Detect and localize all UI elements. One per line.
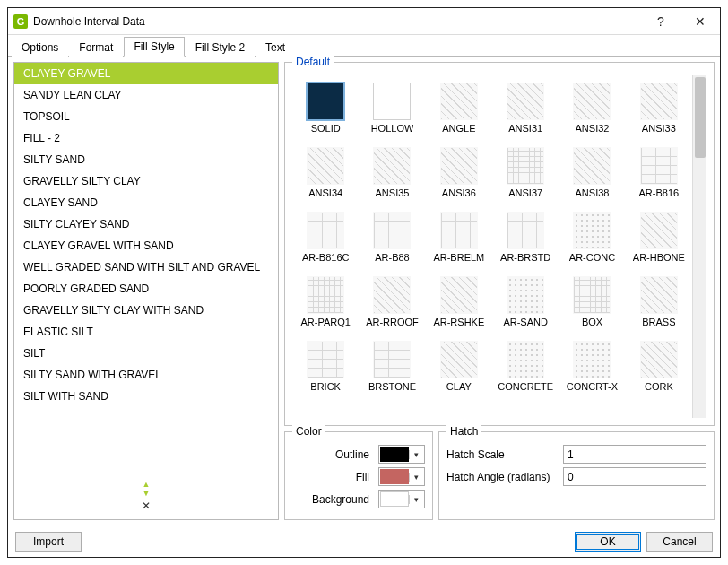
pattern-label: SOLID: [311, 123, 341, 134]
pattern-swatch[interactable]: BRICK: [292, 334, 359, 398]
pattern-swatch[interactable]: ANSI34: [292, 140, 359, 204]
pattern-swatch[interactable]: CLAY: [426, 334, 492, 398]
pattern-preview: [373, 341, 411, 378]
pattern-swatch[interactable]: ANSI33: [626, 75, 692, 140]
list-item[interactable]: SILTY SAND WITH GRAVEL: [14, 364, 278, 386]
background-color-picker[interactable]: ▾: [378, 490, 425, 508]
pattern-swatch[interactable]: AR-RSHKE: [426, 269, 492, 334]
titlebar: G Downhole Interval Data ? ✕: [8, 8, 720, 35]
color-group-legend: Color: [292, 425, 325, 438]
pattern-swatch[interactable]: BRSTONE: [359, 334, 425, 398]
pattern-swatch[interactable]: AR-BRSTD: [492, 204, 559, 269]
pattern-preview: [507, 83, 544, 120]
pattern-preview: [440, 212, 478, 249]
cancel-button[interactable]: Cancel: [646, 532, 713, 552]
pattern-swatch[interactable]: ANSI31: [492, 75, 559, 140]
pattern-swatch[interactable]: AR-SAND: [492, 269, 559, 334]
pattern-swatch[interactable]: AR-B816: [626, 140, 692, 204]
color-group: Color Outline ▾ Fill ▾: [284, 431, 433, 520]
pattern-label: AR-PARQ1: [300, 317, 350, 327]
outline-color-picker[interactable]: ▾: [378, 445, 425, 464]
pattern-swatch[interactable]: ANSI35: [359, 140, 425, 204]
pattern-scrollbar[interactable]: [692, 75, 706, 418]
pattern-swatch[interactable]: AR-CONC: [559, 204, 625, 269]
pattern-swatch[interactable]: AR-PARQ1: [292, 269, 359, 334]
pattern-label: HOLLOW: [371, 123, 414, 134]
pattern-swatch[interactable]: CONCRT-X: [559, 334, 625, 398]
pattern-label: ANSI31: [508, 123, 542, 134]
pattern-swatch[interactable]: SOLID: [292, 75, 359, 140]
pattern-label: ANSI36: [442, 187, 476, 198]
tab-row: OptionsFormatFill StyleFill Style 2Text: [8, 35, 720, 56]
list-item[interactable]: SILT WITH SAND: [14, 386, 278, 407]
scrollbar-thumb[interactable]: [695, 77, 706, 158]
list-item[interactable]: FILL - 2: [14, 127, 278, 149]
list-item[interactable]: SILT: [14, 343, 278, 364]
pattern-label: ANSI37: [508, 187, 542, 198]
pattern-label: AR-CONC: [569, 252, 615, 263]
pattern-swatch[interactable]: CONCRETE: [492, 334, 559, 398]
pattern-preview: [640, 83, 678, 120]
dialog-footer: Import OK Cancel: [8, 526, 720, 557]
list-item[interactable]: SANDY LEAN CLAY: [14, 84, 278, 106]
pattern-swatch[interactable]: AR-B816C: [292, 204, 359, 269]
background-color-swatch: [380, 491, 409, 507]
pattern-label: AR-RSHKE: [433, 317, 484, 327]
list-item[interactable]: POORLY GRADED SAND: [14, 278, 278, 300]
pattern-swatch[interactable]: BRASS: [626, 269, 692, 334]
pattern-label: ANSI32: [576, 123, 610, 134]
list-item[interactable]: SILTY CLAYEY SAND: [14, 213, 278, 235]
pattern-swatch[interactable]: ANSI32: [559, 75, 625, 140]
pattern-label: ANSI38: [576, 187, 610, 198]
pattern-swatch[interactable]: AR-HBONE: [626, 204, 692, 269]
pattern-swatch[interactable]: BOX: [559, 269, 625, 334]
move-up-icon[interactable]: ▲: [14, 480, 278, 489]
tab-options[interactable]: Options: [12, 38, 68, 56]
import-button[interactable]: Import: [15, 532, 82, 552]
tab-format[interactable]: Format: [69, 38, 123, 56]
list-item[interactable]: GRAVELLY SILTY CLAY WITH SAND: [14, 300, 278, 321]
tab-text[interactable]: Text: [256, 38, 295, 56]
list-item[interactable]: ELASTIC SILT: [14, 321, 278, 343]
pattern-swatch[interactable]: AR-B88: [359, 204, 425, 269]
move-down-icon[interactable]: ▼: [14, 489, 278, 498]
list-item[interactable]: WELL GRADED SAND WITH SILT AND GRAVEL: [14, 256, 278, 278]
background-label: Background: [292, 493, 378, 506]
tab-fill-style-2[interactable]: Fill Style 2: [186, 38, 255, 56]
pattern-swatch[interactable]: ANSI38: [559, 140, 625, 204]
ok-button[interactable]: OK: [575, 532, 641, 552]
pattern-swatch[interactable]: HOLLOW: [359, 75, 425, 140]
list-item[interactable]: CLAYEY SAND: [14, 192, 278, 213]
hatch-group: Hatch Hatch Scale Hatch Angle (radians): [438, 431, 715, 520]
pattern-swatch[interactable]: CORK: [626, 334, 692, 398]
material-list-panel: CLAYEY GRAVELSANDY LEAN CLAYTOPSOILFILL …: [13, 62, 279, 520]
pattern-preview: [440, 147, 478, 185]
list-item[interactable]: TOPSOIL: [14, 106, 278, 127]
remove-item-icon[interactable]: ✕: [14, 501, 278, 510]
list-item[interactable]: CLAYEY GRAVEL WITH SAND: [14, 235, 278, 256]
pattern-swatch[interactable]: AR-RROOF: [359, 269, 425, 334]
dialog-window: G Downhole Interval Data ? ✕ OptionsForm…: [7, 7, 721, 558]
material-list[interactable]: CLAYEY GRAVELSANDY LEAN CLAYTOPSOILFILL …: [14, 63, 278, 474]
list-item[interactable]: GRAVELLY SILTY CLAY: [14, 170, 278, 192]
pattern-swatch[interactable]: ANGLE: [426, 75, 492, 140]
hatch-angle-input[interactable]: [563, 467, 706, 486]
close-window-button[interactable]: ✕: [680, 8, 720, 35]
pattern-preview: [640, 147, 678, 185]
help-button[interactable]: ?: [641, 8, 680, 35]
hatch-scale-input[interactable]: [563, 445, 706, 464]
pattern-preview: [307, 83, 344, 120]
pattern-grid[interactable]: SOLIDHOLLOWANGLEANSI31ANSI32ANSI33ANSI34…: [292, 75, 692, 418]
fill-color-picker[interactable]: ▾: [378, 467, 425, 486]
pattern-label: BOX: [582, 317, 602, 327]
pattern-preview: [307, 341, 344, 378]
pattern-swatch[interactable]: AR-BRELM: [426, 204, 492, 269]
pattern-preview: [507, 212, 544, 249]
pattern-group-legend: Default: [292, 56, 334, 68]
pattern-swatch[interactable]: ANSI36: [426, 140, 492, 204]
list-item[interactable]: CLAYEY GRAVEL: [14, 63, 278, 84]
list-item[interactable]: SILTY SAND: [14, 149, 278, 170]
tab-fill-style[interactable]: Fill Style: [124, 37, 184, 56]
pattern-swatch[interactable]: ANSI37: [492, 140, 559, 204]
pattern-label: CLAY: [446, 381, 472, 392]
